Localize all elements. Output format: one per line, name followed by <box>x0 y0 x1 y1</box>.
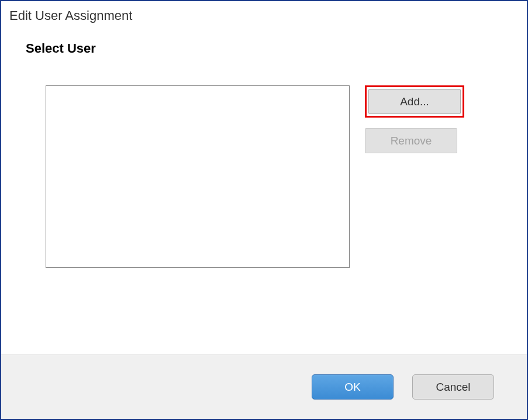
dialog-title: Edit User Assignment <box>1 1 527 30</box>
main-area: Add... Remove <box>46 85 510 268</box>
section-heading: Select User <box>26 41 510 56</box>
remove-button[interactable]: Remove <box>365 128 457 153</box>
dialog-window: Edit User Assignment Select User Add... … <box>0 0 528 420</box>
dialog-content-area: Select User Add... Remove <box>1 30 527 354</box>
add-button-highlight: Add... <box>365 85 464 118</box>
user-list-box[interactable] <box>46 85 350 268</box>
dialog-footer: OK Cancel <box>1 354 527 419</box>
button-column: Add... Remove <box>365 85 464 268</box>
ok-button[interactable]: OK <box>312 374 394 400</box>
add-button[interactable]: Add... <box>368 89 461 114</box>
cancel-button[interactable]: Cancel <box>412 374 494 400</box>
